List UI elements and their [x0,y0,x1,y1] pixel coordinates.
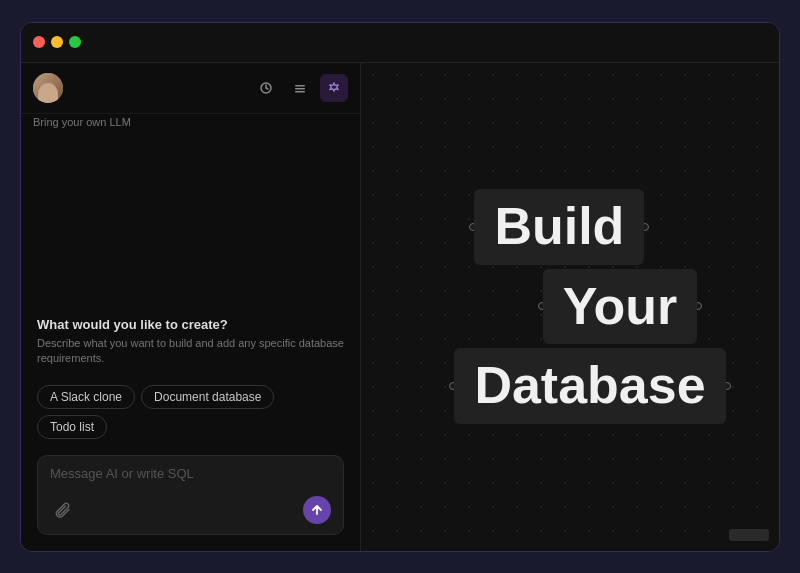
main-content: Bring your own LLM What would you like t… [21,63,779,551]
suggestion-chips: A Slack clone Document database Todo lis… [21,375,360,447]
scroll-indicator [729,529,769,541]
chip-slack-clone[interactable]: A Slack clone [37,385,135,409]
hero-word-your: Your [543,269,698,345]
toolbar [21,63,360,114]
minimize-button[interactable] [51,36,63,48]
svg-rect-1 [295,85,305,87]
chip-todo-list[interactable]: Todo list [37,415,107,439]
hero-text-container: Build Your Database [454,189,725,424]
right-panel: Build Your Database [361,63,779,551]
app-window: Bring your own LLM What would you like t… [20,22,780,552]
settings-icon-button[interactable] [320,74,348,102]
title-bar [21,23,779,63]
traffic-lights [33,36,81,48]
chip-document-database[interactable]: Document database [141,385,274,409]
svg-rect-3 [295,91,305,93]
hero-word-build: Build [474,189,644,265]
prompt-section: What would you like to create? Describe … [21,301,360,375]
attach-button[interactable] [50,497,76,523]
maximize-button[interactable] [69,36,81,48]
prompt-subtitle: Describe what you want to build and add … [37,336,344,367]
svg-rect-2 [295,88,305,90]
toolbar-icons [252,74,348,102]
tooltip-text: Bring your own LLM [33,116,131,128]
tooltip-label: Bring your own LLM [21,114,360,136]
activity-icon-button[interactable] [252,74,280,102]
close-button[interactable] [33,36,45,48]
menu-icon-button[interactable] [286,74,314,102]
send-button[interactable] [303,496,331,524]
hero-word-database: Database [454,348,725,424]
prompt-title: What would you like to create? [37,317,344,332]
input-placeholder: Message AI or write SQL [50,466,331,488]
avatar [33,73,63,103]
chat-area [21,136,360,301]
input-actions [50,496,331,524]
left-panel: Bring your own LLM What would you like t… [21,63,361,551]
message-input-area[interactable]: Message AI or write SQL [37,455,344,535]
